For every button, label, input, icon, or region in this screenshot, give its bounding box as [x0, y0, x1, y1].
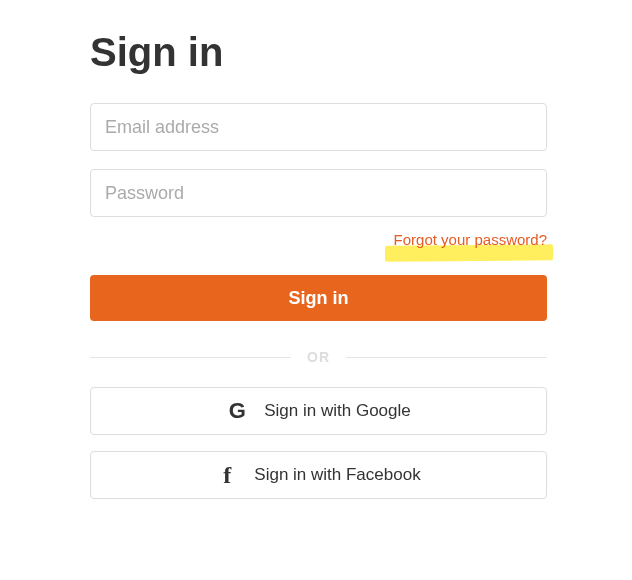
- divider: OR: [90, 349, 547, 365]
- facebook-signin-label: Sign in with Facebook: [254, 465, 420, 485]
- facebook-signin-button[interactable]: f Sign in with Facebook: [90, 451, 547, 499]
- forgot-row: Forgot your password?: [90, 231, 547, 249]
- divider-line-right: [346, 357, 547, 358]
- signin-button[interactable]: Sign in: [90, 275, 547, 321]
- divider-text: OR: [291, 349, 346, 365]
- google-icon: G: [226, 398, 248, 424]
- google-signin-label: Sign in with Google: [264, 401, 410, 421]
- facebook-icon: f: [216, 462, 238, 489]
- email-field[interactable]: [90, 103, 547, 151]
- divider-line-left: [90, 357, 291, 358]
- google-signin-button[interactable]: G Sign in with Google: [90, 387, 547, 435]
- password-field[interactable]: [90, 169, 547, 217]
- forgot-password-link[interactable]: Forgot your password?: [394, 231, 547, 248]
- page-title: Sign in: [90, 30, 547, 75]
